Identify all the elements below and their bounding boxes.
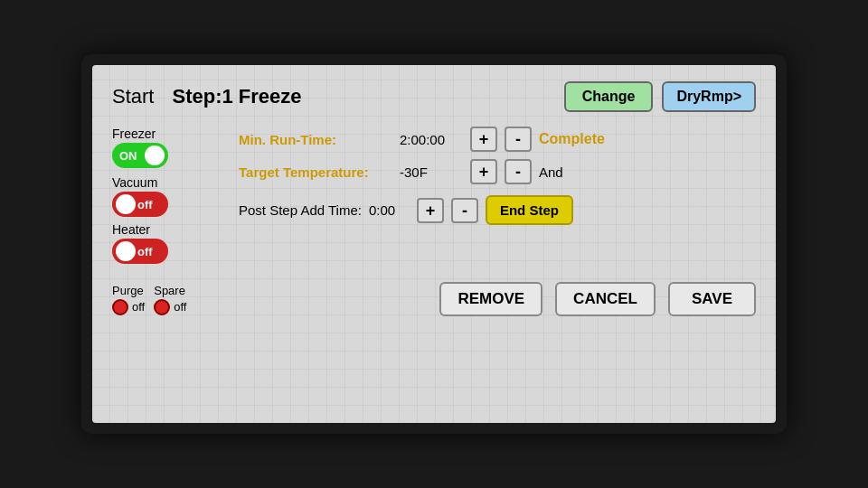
post-step-row: Post Step Add Time: 0:00 + - End Step xyxy=(239,195,756,225)
spare-led-item: off xyxy=(154,299,186,315)
step-label: Step:1 Freeze xyxy=(172,85,554,108)
purge-led xyxy=(112,299,128,315)
vacuum-toggle-label: off xyxy=(112,198,153,211)
purge-state: off xyxy=(132,300,145,314)
and-label: And xyxy=(539,164,563,180)
purge-spare-row: Purge off Spare off xyxy=(112,284,186,315)
param-runtime-row: Min. Run-Time: 2:00:00 + - Complete xyxy=(239,127,756,152)
device-frame: Start Step:1 Freeze Change DryRmp> Freez… xyxy=(81,54,787,434)
post-step-value: 0:00 xyxy=(369,202,410,218)
purge-label: Purge xyxy=(112,284,144,297)
freezer-section: Freezer ON xyxy=(112,127,230,174)
remove-button[interactable]: REMOVE xyxy=(439,282,542,316)
param-temp-row: Target Temperature: -30F + - And xyxy=(239,159,756,184)
temp-value: -30F xyxy=(400,164,463,180)
cancel-button[interactable]: CANCEL xyxy=(555,282,656,316)
heater-label: Heater xyxy=(112,222,230,237)
change-button[interactable]: Change xyxy=(564,81,654,112)
complete-label: Complete xyxy=(539,131,605,147)
heater-toggle-label: off xyxy=(112,245,153,258)
left-panel: Freezer ON Vacuum off Heater off xyxy=(112,127,230,269)
post-plus-button[interactable]: + xyxy=(417,198,444,223)
runtime-minus-button[interactable]: - xyxy=(505,127,532,152)
dryrmp-button[interactable]: DryRmp> xyxy=(662,81,756,112)
end-step-button[interactable]: End Step xyxy=(486,195,573,225)
vacuum-toggle[interactable]: off xyxy=(112,192,168,217)
temp-label: Target Temperature: xyxy=(239,164,392,180)
main-content: Freezer ON Vacuum off Heater off xyxy=(112,127,756,269)
bottom-row: Purge off Spare off REMOVE CANC xyxy=(112,282,756,316)
post-minus-button[interactable]: - xyxy=(451,198,478,223)
freezer-label: Freezer xyxy=(112,127,230,141)
spare-state: off xyxy=(174,300,186,314)
save-button[interactable]: SAVE xyxy=(668,282,756,316)
spare-item: Spare off xyxy=(154,284,186,315)
vacuum-label: Vacuum xyxy=(112,175,230,190)
start-label: Start xyxy=(112,85,154,108)
spare-label: Spare xyxy=(154,284,185,297)
temp-plus-button[interactable]: + xyxy=(470,159,497,184)
vacuum-section: Vacuum off xyxy=(112,175,230,222)
action-buttons: REMOVE CANCEL SAVE xyxy=(439,282,756,316)
temp-minus-button[interactable]: - xyxy=(505,159,532,184)
runtime-label: Min. Run-Time: xyxy=(239,132,392,147)
freezer-toggle[interactable]: ON xyxy=(112,143,168,168)
heater-section: Heater off xyxy=(112,222,230,269)
purge-item: Purge off xyxy=(112,284,145,315)
heater-toggle[interactable]: off xyxy=(112,239,168,264)
post-step-label: Post Step Add Time: xyxy=(239,202,362,218)
runtime-value: 2:00:00 xyxy=(400,132,463,147)
purge-led-item: off xyxy=(112,299,145,315)
header-row: Start Step:1 Freeze Change DryRmp> xyxy=(112,81,756,112)
right-panel: Min. Run-Time: 2:00:00 + - Complete Targ… xyxy=(230,127,756,269)
freezer-toggle-label: ON xyxy=(112,149,137,163)
screen: Start Step:1 Freeze Change DryRmp> Freez… xyxy=(92,65,776,423)
runtime-plus-button[interactable]: + xyxy=(470,127,497,152)
spare-led xyxy=(154,299,170,315)
